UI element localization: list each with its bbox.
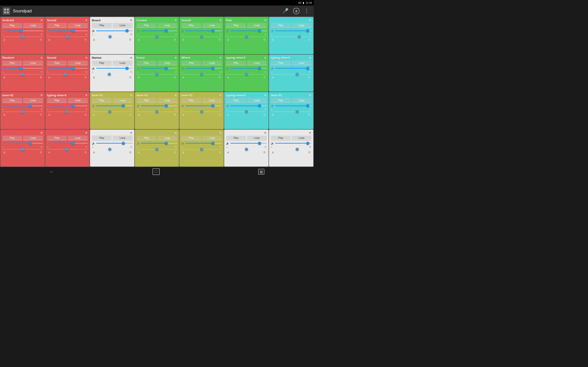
play-button-20[interactable]: Play [226,98,246,103]
close-button-17[interactable]: ✕ [130,93,132,97]
loop-button-24[interactable]: Loop [112,135,132,141]
pan-slider-24[interactable] [92,149,132,150]
loop-button-18[interactable]: Loop [157,98,177,103]
loop-button-7[interactable]: Loop [292,23,311,28]
loop-button-27[interactable]: Loop [247,135,267,141]
pan-slider-17[interactable] [92,111,132,112]
loop-button-15[interactable]: Loop [23,98,43,103]
pan-slider-2[interactable] [47,36,88,37]
pan-slider-21[interactable] [271,111,311,112]
loop-button-16[interactable]: Loop [68,98,87,103]
settings-icon-2[interactable]: ⚙ [84,38,87,41]
pan-slider-28[interactable] [271,149,311,150]
volume-slider-6[interactable] [230,31,267,31]
loop-button-21[interactable]: Loop [292,98,311,103]
recent-button[interactable]: ▩ [258,169,264,175]
pan-slider-8[interactable] [2,74,43,75]
close-button-20[interactable]: ✕ [264,93,267,97]
pan-slider-23[interactable] [47,149,88,150]
play-button-5[interactable]: Play [181,23,201,28]
close-button-6[interactable]: ✕ [264,18,267,22]
play-button-22[interactable]: Play [2,135,22,141]
settings-icon-1[interactable]: ⚙ [40,38,42,41]
loop-button-4[interactable]: Loop [157,23,177,28]
volume-slider-16[interactable] [52,106,88,106]
play-button-14[interactable]: Play [271,60,291,66]
pan-slider-11[interactable] [137,74,177,75]
play-button-10[interactable]: Play [92,60,112,66]
volume-slider-22[interactable] [7,143,43,144]
play-button-21[interactable]: Play [271,98,291,103]
pan-slider-27[interactable] [226,149,267,150]
settings-icon-16[interactable]: ⚙ [84,113,87,116]
pan-slider-10[interactable] [92,74,132,75]
close-button-7[interactable]: ✕ [309,18,311,22]
loop-button-10[interactable]: Loop [112,60,132,66]
settings-icon-26[interactable]: ⚙ [218,151,221,154]
play-button-3[interactable]: Play [92,23,112,28]
pan-slider-19[interactable] [181,111,222,112]
settings-icon-20[interactable]: ⚙ [263,113,266,116]
volume-slider-19[interactable] [186,106,222,106]
settings-icon-4[interactable]: ⚙ [174,38,176,41]
volume-slider-13[interactable] [230,68,267,69]
play-button-23[interactable]: Play [47,135,67,141]
menu-button[interactable]: ⋮ [302,7,311,15]
loop-button-5[interactable]: Loop [202,23,222,28]
settings-icon-13[interactable]: ⚙ [263,76,266,79]
loop-button-23[interactable]: Loop [68,135,87,141]
close-button-2[interactable]: ✕ [85,18,88,22]
play-button-6[interactable]: Play [226,23,246,28]
loop-button-3[interactable]: Loop [112,23,132,28]
play-button-27[interactable]: Play [226,135,246,141]
settings-icon-27[interactable]: ⚙ [263,151,266,154]
loop-button-13[interactable]: Loop [247,60,267,66]
loop-button-14[interactable]: Loop [292,60,311,66]
pan-slider-4[interactable] [137,36,177,37]
close-button-3[interactable]: ✕ [130,18,132,22]
pan-slider-5[interactable] [181,36,222,37]
settings-icon-8[interactable]: ⚙ [40,76,42,79]
loop-button-8[interactable]: Loop [23,60,43,66]
settings-icon-3[interactable]: ⚙ [129,38,132,41]
play-button-28[interactable]: Play [271,135,291,141]
close-button-19[interactable]: ✕ [219,93,222,97]
settings-icon-22[interactable]: ⚙ [40,151,42,154]
volume-slider-18[interactable] [141,106,177,106]
volume-slider-27[interactable] [230,143,267,144]
close-button-24[interactable]: ✕ [130,131,132,135]
mic-button[interactable]: 🎤 [280,7,290,15]
loop-button-26[interactable]: Loop [202,135,222,141]
close-button-10[interactable]: ✕ [130,56,132,60]
volume-slider-8[interactable] [7,68,43,69]
play-button-18[interactable]: Play [137,98,156,103]
volume-slider-17[interactable] [96,106,132,106]
pan-slider-20[interactable] [226,111,267,112]
play-button-16[interactable]: Play [47,98,67,103]
close-button-23[interactable]: ✕ [85,131,88,135]
close-button-8[interactable]: ✕ [40,56,43,60]
close-button-26[interactable]: ✕ [219,131,222,135]
pan-slider-15[interactable] [2,111,43,112]
volume-slider-12[interactable] [186,68,222,69]
volume-slider-1[interactable] [7,31,43,31]
close-button-9[interactable]: ✕ [85,56,88,60]
volume-slider-23[interactable] [52,143,88,144]
settings-icon-6[interactable]: ⚙ [263,38,266,41]
play-button-15[interactable]: Play [2,98,22,103]
settings-icon-28[interactable]: ⚙ [308,151,311,154]
volume-slider-5[interactable] [186,31,222,31]
settings-icon-21[interactable]: ⚙ [308,113,311,116]
volume-slider-26[interactable] [186,143,222,144]
loop-button-17[interactable]: Loop [112,98,132,103]
settings-icon-5[interactable]: ⚙ [218,38,221,41]
close-button-28[interactable]: ✕ [309,131,311,135]
volume-slider-11[interactable] [141,68,177,69]
loop-button-28[interactable]: Loop [292,135,311,141]
settings-icon-9[interactable]: ⚙ [84,76,87,79]
settings-icon-23[interactable]: ⚙ [84,151,87,154]
settings-icon-12[interactable]: ⚙ [218,76,221,79]
volume-slider-4[interactable] [141,31,177,31]
settings-icon-24[interactable]: ⚙ [129,151,132,154]
play-button-7[interactable]: Play [271,23,291,28]
